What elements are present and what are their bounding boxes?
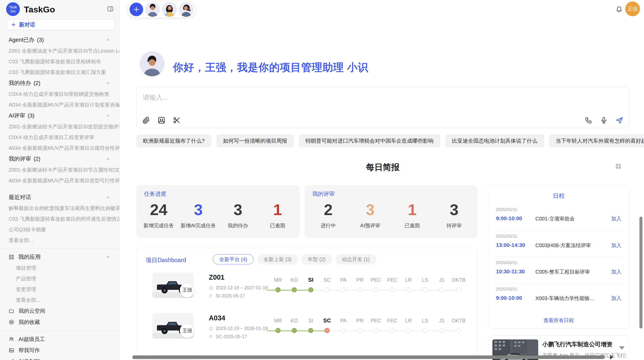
input-left-tools — [142, 116, 181, 124]
schedule-item[interactable]: 2025/03/11 10:30-11:30 C005-整车工程目标评审 加入 — [496, 257, 621, 283]
metric: 3AI预评审 — [349, 200, 391, 229]
list-item[interactable]: C02-飞腾新能源轻客改款项目里程碑画布 — [0, 56, 119, 67]
microphone-icon[interactable] — [600, 116, 608, 124]
list-item[interactable]: C0X4-动力总成开发项目SI里程碑提交物检查 — [0, 89, 119, 99]
list-item[interactable]: C0X4-动力总成开发项目工程变更评审 — [0, 132, 119, 143]
list-item[interactable]: 公司Q3轻卡销量 — [0, 224, 119, 235]
metric: 3新增AI完成任务 — [179, 200, 218, 229]
chevron-up-icon[interactable] — [106, 156, 111, 161]
list-item[interactable]: C02-飞腾新能源轻客改款项目立项汇报方案 — [0, 67, 119, 78]
suggestion-chip[interactable]: 比亚迪全固态电池计划具体说了什么 — [445, 134, 544, 147]
list-item[interactable]: Z001-全新燃油皮卡产品开发项目SI节点Lesson Learn报告 — [0, 46, 119, 56]
item-label: 帮我写作 — [19, 347, 40, 354]
avatar[interactable] — [162, 2, 177, 17]
sidebar-item-favorites[interactable]: 我的收藏 — [0, 317, 119, 328]
list-item[interactable]: C02-飞腾新能源轻客改款项目的闭环通告反馈情况 — [0, 214, 119, 224]
avatar[interactable] — [179, 2, 194, 17]
app-logo[interactable]: Task Go — [6, 2, 20, 16]
tab-powertrain[interactable]: 动总开发 (1) — [335, 254, 376, 264]
project-code[interactable]: Z001 — [209, 274, 225, 281]
notifications-bell-icon[interactable] — [616, 6, 623, 13]
suggestion-chip[interactable]: 特朗普可能对进口汽车增税会对中国车企造成哪些影响 — [299, 134, 440, 147]
news-title[interactable]: 小鹏飞行汽车制造公司增资 — [542, 340, 612, 348]
section-title: AI评审 — [9, 112, 25, 119]
list-item[interactable]: A034-全新新能源MUV产品开发项目计划变更表编写 — [0, 99, 119, 110]
list-item[interactable]: A034-全新新能源MUV产品开发项目造型可行性评审 — [0, 175, 119, 186]
section-header-agent-done[interactable]: Agent已办 (3) — [0, 34, 119, 46]
sidebar-collapse-icon[interactable] — [107, 6, 114, 12]
join-link[interactable]: 加入 — [611, 242, 621, 249]
tab-year-model[interactable]: 年型 (2) — [301, 254, 332, 264]
user-avatar[interactable]: 王强 — [625, 2, 640, 16]
tab-new-body[interactable]: 全新上装 (3) — [257, 254, 298, 264]
join-link[interactable]: 加入 — [611, 295, 621, 302]
section-header-my-apps[interactable]: 我的应用 — [0, 251, 119, 263]
section-header-recent[interactable]: 最近对话 — [0, 192, 119, 203]
metric: 24新增完成任务 — [139, 200, 179, 229]
scroll-down-arrow[interactable] — [619, 346, 625, 350]
suggestion-chip[interactable]: 当下年轻人对汽车外观有怎样的喜好趋势 — [549, 134, 644, 147]
input-right-tools — [585, 116, 623, 124]
section-header-my-todo[interactable]: 我的待办 (2) — [0, 78, 119, 89]
suggestion-chip[interactable]: 欧洲新规最近颁布了什么? — [136, 134, 211, 147]
agent-quickbar — [127, 1, 196, 18]
schedule-item[interactable]: 2025/03/11 13:00-14:30 C003|H0B-方案冻结评审 加… — [496, 230, 621, 257]
clock-icon — [209, 286, 213, 290]
scissors-icon[interactable] — [173, 116, 181, 124]
layout-grid-icon[interactable] — [615, 163, 622, 170]
chat-input-placeholder[interactable]: 请输入... — [143, 93, 168, 102]
list-item-view-all[interactable]: 查看全部... — [0, 235, 119, 246]
daily-briefing-title: 每日简报 — [136, 162, 629, 173]
join-link[interactable]: 加入 — [611, 215, 621, 222]
sidebar-item-view-all-apps[interactable]: 查看全部... — [0, 295, 119, 305]
attachment-icon[interactable] — [142, 116, 150, 124]
sidebar-item-cloud-space[interactable]: 我的云空间 — [0, 305, 119, 317]
suggestion-chip[interactable]: 如何写一份清晰的项目周报 — [216, 134, 294, 147]
join-link[interactable]: 加入 — [611, 268, 621, 275]
tab-new-platform[interactable]: 全新平台 (4) — [213, 254, 254, 264]
divider — [0, 189, 119, 189]
chevron-up-icon[interactable] — [106, 81, 111, 86]
chevron-up-icon[interactable] — [106, 113, 111, 118]
logo-line2: Go — [10, 9, 16, 13]
sidebar-item-ai-super-staff[interactable]: AI超级员工 — [0, 334, 119, 345]
people-icon — [9, 336, 14, 342]
list-item[interactable]: Z001-全新燃油轻卡产品开发项目SI造型提交物评审 — [0, 121, 119, 132]
project-code[interactable]: A034 — [209, 314, 225, 322]
scroll-right-arrow[interactable] — [610, 355, 613, 359]
sidebar-item-help-me-write[interactable]: 帮我写作 — [0, 345, 119, 356]
chevron-up-icon[interactable] — [106, 195, 111, 200]
chevron-up-icon[interactable] — [106, 37, 111, 42]
list-item[interactable]: A034-全新新能源MUV产品开发项目法规符合性评审 — [0, 143, 119, 153]
section-count: (3) — [37, 37, 44, 43]
section-header-ai-review[interactable]: AI评审 (3) — [0, 110, 119, 121]
list-item[interactable]: Z001-全新燃油轻卡产品开发项目SI节点属性5D文件评审 — [0, 164, 119, 175]
list-item[interactable]: 解释最新出台的欧盟报废车法规再生塑料比例被调至15%... — [0, 203, 119, 214]
schedule-item[interactable]: 2025/03/11 9:00-10:00 X003-车辆动力学性能验... 加… — [496, 283, 621, 310]
phone-icon[interactable] — [585, 116, 592, 124]
flag-icon — [209, 335, 213, 339]
section-title: Agent已办 — [9, 36, 35, 44]
chat-input-card[interactable]: 请输入... — [136, 87, 629, 128]
chevron-up-icon[interactable] — [106, 254, 111, 260]
sidebar-item-project-mgmt[interactable]: 项目管理 — [0, 263, 119, 273]
image-upload-icon[interactable] — [157, 116, 166, 124]
send-icon[interactable] — [615, 116, 623, 124]
divider — [0, 331, 119, 331]
avatar[interactable] — [145, 2, 160, 17]
project-dashboard-card: 项目Dashboard 全新平台 (4) 全新上装 (3) 年型 (2) 动总开… — [136, 248, 478, 360]
sidebar-item-change-mgmt[interactable]: 变更管理 — [0, 284, 119, 295]
schedule-card: 日程 2025/03/11 9:00-10:00 C001-立项审批会 加入 2… — [488, 185, 629, 329]
sidebar-item-product-mgmt[interactable]: 产品管理 — [0, 273, 119, 284]
sidebar-item-creative-drawing[interactable]: 创意制图 — [0, 356, 119, 360]
horizontal-scrollbar[interactable] — [132, 355, 605, 359]
section-header-my-review[interactable]: 我的评审 (2) — [0, 153, 119, 164]
divider — [0, 248, 119, 249]
section-count: (2) — [34, 156, 40, 162]
star-badge-icon — [9, 319, 14, 325]
new-chat-button[interactable]: 新对话 — [7, 19, 115, 30]
schedule-item[interactable]: 2025/03/11 9:00-10:00 C001-立项审批会 加入 — [496, 204, 621, 230]
vertical-scrollbar[interactable] — [639, 217, 642, 328]
add-agent-button[interactable] — [129, 3, 143, 16]
view-all-schedule-link[interactable]: 查看所有日程 — [488, 317, 629, 324]
